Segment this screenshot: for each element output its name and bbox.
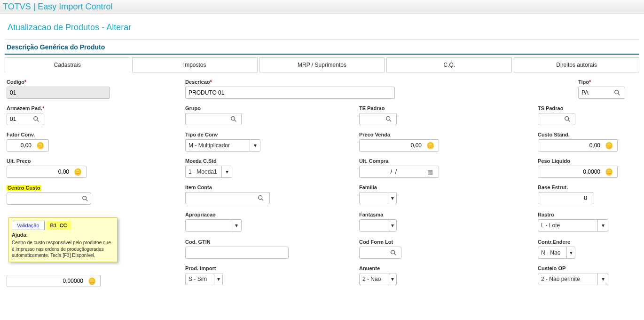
- svg-point-10: [83, 196, 86, 200]
- custeioop-value: 2 - Nao permite: [538, 273, 597, 285]
- tab-mrp[interactable]: MRP / Suprimentos: [259, 57, 385, 72]
- label-custostand: Custo Stand.: [538, 132, 637, 137]
- below-tooltip-input[interactable]: [7, 275, 86, 287]
- label-apropriacao: Apropriacao: [185, 212, 354, 217]
- anuente-select[interactable]: 2 - Nao ▾: [359, 273, 397, 285]
- contrendere-select[interactable]: N - Nao ▾: [538, 247, 575, 259]
- fatorconv-input[interactable]: [7, 140, 34, 151]
- label-fantasma: Fantasma: [359, 212, 533, 217]
- search-icon[interactable]: [228, 113, 239, 125]
- section-title: Descrição Genérica do Produto: [5, 40, 639, 55]
- coin-icon[interactable]: 🪙: [603, 166, 614, 177]
- chevron-down-icon[interactable]: ▾: [566, 247, 575, 258]
- coin-icon[interactable]: 🪙: [72, 166, 83, 177]
- coin-icon[interactable]: 🪙: [86, 275, 97, 287]
- moedacstd-value: 1 - Moeda1: [186, 166, 221, 177]
- svg-point-12: [259, 196, 262, 200]
- chevron-down-icon[interactable]: ▾: [388, 220, 396, 231]
- tipoconv-select[interactable]: M - Multiplicador ▾: [185, 139, 260, 152]
- svg-line-11: [86, 200, 88, 201]
- tspadrao-input[interactable]: [538, 113, 562, 125]
- search-icon[interactable]: [31, 113, 42, 125]
- baseestrut-input-wrap: [538, 192, 594, 204]
- fantasma-value: [360, 220, 388, 231]
- label-armazem: Armazem Pad.*: [7, 105, 181, 111]
- pesoliquido-input[interactable]: [538, 166, 603, 177]
- label-codgtin: Cod. GTIN: [185, 239, 354, 245]
- pesoliquido-input-wrap: 🪙: [538, 166, 618, 178]
- ultcompra-input-wrap: ▦: [359, 166, 439, 178]
- chevron-down-icon[interactable]: ▾: [231, 220, 241, 231]
- centrocusto-input[interactable]: [8, 194, 27, 203]
- prodimport-select[interactable]: S - Sim ▾: [185, 273, 223, 285]
- chevron-down-icon[interactable]: ▾: [214, 273, 222, 285]
- svg-line-7: [390, 120, 392, 122]
- label-codformlot: Cod Form Lot: [359, 239, 533, 245]
- baseestrut-input[interactable]: [538, 192, 590, 204]
- rastro-select[interactable]: L - Lote ▾: [538, 219, 608, 232]
- codgtin-input-wrap: [185, 247, 289, 259]
- chevron-down-icon[interactable]: ▾: [250, 140, 260, 151]
- label-contrendere: Contr.Endere: [538, 239, 637, 245]
- itemconta-input[interactable]: [186, 192, 255, 204]
- descricao-input[interactable]: [186, 87, 394, 98]
- tipoconv-value: M - Multiplicador: [186, 140, 250, 151]
- moedacstd-select[interactable]: 1 - Moeda1 ▾: [185, 166, 232, 178]
- label-pesoliquido: Peso Liquido: [538, 158, 637, 164]
- svg-point-8: [565, 117, 569, 120]
- chevron-down-icon[interactable]: ▾: [221, 166, 232, 177]
- rastro-value: L - Lote: [538, 220, 597, 231]
- coin-icon[interactable]: 🪙: [34, 140, 46, 151]
- label-rastro: Rastro: [538, 212, 637, 217]
- custostand-input[interactable]: [538, 140, 603, 151]
- search-icon[interactable]: [383, 113, 394, 125]
- form-area: Codigo* Descricao* Tipo*: [5, 72, 639, 296]
- familia-select[interactable]: ▾: [359, 192, 397, 204]
- ultcompra-input[interactable]: [360, 166, 424, 177]
- label-codigo: Codigo*: [7, 79, 181, 85]
- calendar-icon[interactable]: ▦: [424, 166, 436, 177]
- ultpreco-input[interactable]: [7, 166, 72, 177]
- tab-impostos[interactable]: Impostos: [132, 57, 258, 72]
- grupo-input[interactable]: [186, 113, 228, 125]
- chevron-down-icon[interactable]: ▾: [597, 273, 608, 285]
- search-icon[interactable]: [388, 247, 399, 258]
- label-descricao: Descricao*: [185, 79, 395, 85]
- tabs: Cadastrais Impostos MRP / Suprimentos C.…: [5, 57, 639, 72]
- coin-icon[interactable]: 🪙: [603, 140, 614, 151]
- svg-line-5: [235, 120, 236, 122]
- grupo-input-wrap: [185, 113, 242, 125]
- search-icon[interactable]: [255, 192, 267, 204]
- chevron-down-icon[interactable]: ▾: [388, 273, 396, 285]
- apropriacao-select[interactable]: ▾: [185, 219, 242, 232]
- search-icon[interactable]: [79, 193, 91, 204]
- label-tipoconv: Tipo de Conv: [185, 132, 354, 137]
- tepadrao-input-wrap: [359, 113, 397, 125]
- codgtin-input[interactable]: [186, 247, 288, 258]
- armazem-input[interactable]: [7, 113, 31, 125]
- svg-line-13: [262, 199, 264, 201]
- contrendere-value: N - Nao: [538, 247, 566, 258]
- chevron-down-icon[interactable]: ▾: [597, 220, 608, 231]
- tab-cq[interactable]: C.Q.: [386, 57, 512, 72]
- codformlot-input[interactable]: [360, 247, 388, 258]
- search-icon[interactable]: [612, 87, 623, 98]
- chevron-down-icon[interactable]: ▾: [388, 192, 396, 204]
- custeioop-select[interactable]: 2 - Nao permite ▾: [538, 273, 608, 285]
- coin-icon[interactable]: 🪙: [424, 140, 436, 151]
- familia-value: [360, 192, 388, 204]
- label-ultcompra: Ult. Compra: [359, 158, 533, 164]
- tooltip-help-label: Ajuda:: [12, 232, 114, 238]
- tab-cadastrais[interactable]: Cadastrais: [5, 57, 130, 72]
- tab-direitos[interactable]: Direitos autorais: [514, 57, 639, 72]
- codigo-input[interactable]: [7, 87, 83, 98]
- tipo-input-wrap: [578, 87, 625, 99]
- tipo-input[interactable]: [579, 87, 612, 98]
- label-centrocusto: Centro Custo: [7, 185, 41, 191]
- label-moedacstd: Moeda C.Std: [185, 158, 354, 164]
- fantasma-select[interactable]: ▾: [359, 219, 397, 232]
- precovenda-input[interactable]: [360, 140, 424, 151]
- search-icon[interactable]: [562, 113, 573, 125]
- tepadrao-input[interactable]: [360, 113, 383, 125]
- tooltip-validation-button[interactable]: Validação: [12, 221, 45, 230]
